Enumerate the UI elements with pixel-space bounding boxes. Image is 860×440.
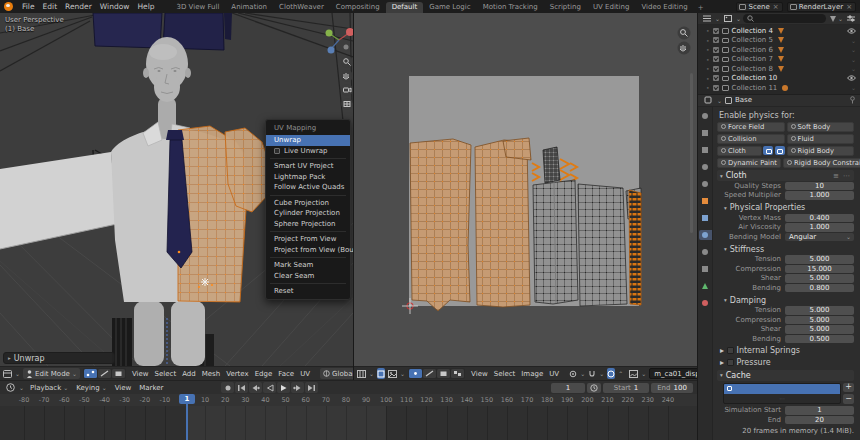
- uv-canvas[interactable]: [354, 13, 697, 366]
- timeline-menu-view[interactable]: View: [112, 384, 135, 392]
- workspace-tab-game-logic[interactable]: Game Logic: [423, 2, 476, 13]
- panel-header-internal-springs[interactable]: ▸Internal Springs: [717, 345, 854, 356]
- add-workspace-button[interactable]: +: [694, 3, 708, 13]
- properties-tab-render[interactable]: [699, 111, 712, 121]
- workspace-tab-uv-editing[interactable]: UV Editing: [587, 2, 636, 13]
- workspace-tab-video-editing[interactable]: Video Editing: [635, 2, 693, 13]
- physics-button-soft-body[interactable]: Soft Body: [787, 122, 855, 133]
- properties-tab-particles[interactable]: [699, 247, 712, 257]
- physics-button-cloth[interactable]: Cloth: [717, 146, 762, 157]
- timeline-editor-icon[interactable]: [4, 382, 16, 393]
- menu-help[interactable]: Help: [133, 2, 158, 11]
- compression-field[interactable]: 5.000: [785, 316, 854, 325]
- display-mode-icon[interactable]: [701, 13, 713, 24]
- viewport-menu-vertex[interactable]: Vertex: [223, 370, 252, 378]
- outliner-row-collection-8[interactable]: •Collection 8⌄: [698, 64, 860, 74]
- viewport-menu-face[interactable]: Face: [275, 370, 297, 378]
- cloth-render-toggle[interactable]: [775, 146, 785, 155]
- object-data-icon[interactable]: [702, 95, 714, 106]
- record-button[interactable]: [221, 382, 234, 393]
- physics-button-fluid[interactable]: Fluid: [787, 134, 855, 145]
- editor-divider[interactable]: [353, 13, 354, 380]
- workspace-tab-default[interactable]: Default: [386, 2, 424, 13]
- outliner-search-input[interactable]: [743, 14, 826, 23]
- menu-edit[interactable]: Edit: [39, 2, 62, 11]
- menu-item-follow-active-quads[interactable]: Follow Active Quads: [266, 182, 350, 193]
- cache-item-selected[interactable]: [724, 384, 840, 394]
- image-name-field[interactable]: m_ca01_displ.png: [649, 368, 697, 379]
- image-mode-icon[interactable]: [388, 368, 397, 379]
- outliner-row-collection-11[interactable]: •Collection 11⌄: [698, 83, 860, 93]
- vertex-mass-field[interactable]: 0.400: [785, 214, 854, 223]
- workspace-tab-compositing[interactable]: Compositing: [330, 2, 386, 13]
- quality-steps-field[interactable]: 10: [785, 182, 854, 191]
- timeline-menu-marker[interactable]: Marker: [136, 384, 166, 392]
- viewport-menu-view[interactable]: View: [129, 370, 152, 378]
- scene-selector[interactable]: Scene ×: [736, 2, 782, 12]
- viewport-menu-edge[interactable]: Edge: [252, 370, 276, 378]
- tension-field[interactable]: 5.000: [785, 255, 854, 264]
- timeline-menu-playback[interactable]: Playback ⌄: [27, 384, 71, 392]
- uv-island-select-button[interactable]: [451, 369, 464, 378]
- menu-render[interactable]: Render: [61, 2, 96, 11]
- checkbox-icon[interactable]: [727, 347, 734, 354]
- outliner-row-collection-7[interactable]: •Collection 7⌄: [698, 55, 860, 65]
- panel-header-damping[interactable]: ▾Damping: [721, 295, 854, 306]
- renderlayer-selector[interactable]: RenderLayer ×: [787, 2, 856, 12]
- timeline-ruler[interactable]: -80-70-60-50-40-30-20-101020304050607080…: [0, 394, 697, 406]
- menu-window[interactable]: Window: [96, 2, 134, 11]
- frame-end-field[interactable]: End100: [651, 383, 693, 393]
- panel-header-pressure[interactable]: ▸Pressure: [717, 357, 854, 368]
- cloth-editmode-toggle[interactable]: [763, 146, 773, 155]
- outliner-options-icon[interactable]: [845, 13, 857, 24]
- collapse-chevron-icon[interactable]: ⌄: [851, 84, 856, 91]
- physics-button-collision[interactable]: Collision: [717, 134, 785, 145]
- uv-editor[interactable]: [354, 13, 697, 366]
- menu-file[interactable]: File: [18, 2, 39, 11]
- outliner-row-collection-5[interactable]: •Collection 5⌄: [698, 36, 860, 46]
- orientation-selector[interactable]: Global ⌄: [320, 368, 353, 379]
- uv-menu-select[interactable]: Select: [491, 370, 519, 378]
- physics-button-rigid-body[interactable]: Rigid Body: [787, 146, 855, 157]
- properties-tab-view-layer[interactable]: [699, 145, 712, 155]
- menu-item-lightmap-pack[interactable]: Lightmap Pack: [266, 172, 350, 183]
- viewport-menu-mesh[interactable]: Mesh: [199, 370, 223, 378]
- shear-field[interactable]: 5.000: [785, 274, 854, 283]
- shear-field[interactable]: 5.000: [785, 325, 854, 334]
- menu-item-reset[interactable]: Reset: [266, 286, 350, 297]
- workspace-tab-clothweaver[interactable]: ClothWeaver: [273, 2, 330, 13]
- panel-header-cloth[interactable]: ▾Cloth≡ ⋯: [717, 170, 854, 181]
- tension-field[interactable]: 5.000: [785, 306, 854, 315]
- timeline-menu-keying[interactable]: Keying ⌄: [73, 384, 109, 392]
- editor-type-icon[interactable]: [3, 368, 12, 379]
- uv-vertex-select-button[interactable]: [409, 369, 422, 378]
- speed-multiplier-field[interactable]: 1.000: [785, 191, 854, 200]
- properties-tab-physics[interactable]: [699, 230, 712, 240]
- outliner-row-collection-4[interactable]: •Collection 4: [698, 26, 860, 36]
- physics-button-rigid-body-constraint[interactable]: Rigid Body Constraint: [783, 158, 860, 169]
- properties-tab-material[interactable]: [699, 298, 712, 308]
- properties-tab-output[interactable]: [699, 128, 712, 138]
- scene-unlink-icon[interactable]: ×: [772, 3, 780, 11]
- uv-scrollbar[interactable]: [690, 73, 693, 233]
- uv-menu-uv[interactable]: UV: [546, 370, 562, 378]
- collapse-chevron-icon[interactable]: ⌄: [851, 56, 856, 63]
- menu-item-unwrap[interactable]: Unwrap: [266, 135, 350, 146]
- viewport-menu-uv[interactable]: UV: [297, 370, 313, 378]
- physics-button-dynamic-paint[interactable]: Dynamic Paint: [717, 158, 781, 169]
- mode-selector[interactable]: Edit Mode ⌄: [23, 368, 80, 379]
- jump-to-start-button[interactable]: [235, 382, 248, 393]
- outliner-row-collection-10[interactable]: •Collection 10: [698, 74, 860, 84]
- renderlayer-unlink-icon[interactable]: ×: [845, 3, 853, 11]
- end-field[interactable]: 20: [785, 416, 854, 425]
- edge-select-button[interactable]: [98, 369, 111, 378]
- play-button[interactable]: [277, 382, 290, 393]
- uv-editor-type-icon[interactable]: [357, 368, 366, 379]
- eye-icon[interactable]: [847, 28, 856, 34]
- viewport-3d[interactable]: User Perspective (1) Base UV Mapping Unw…: [0, 13, 353, 366]
- bending-field[interactable]: 0.500: [785, 335, 854, 344]
- panel-header-physical[interactable]: ▾Physical Properties: [721, 202, 854, 213]
- current-frame-field[interactable]: 1: [551, 383, 585, 393]
- blender-logo-icon[interactable]: [4, 2, 13, 11]
- uv-proportional-edit-icon[interactable]: [607, 368, 615, 379]
